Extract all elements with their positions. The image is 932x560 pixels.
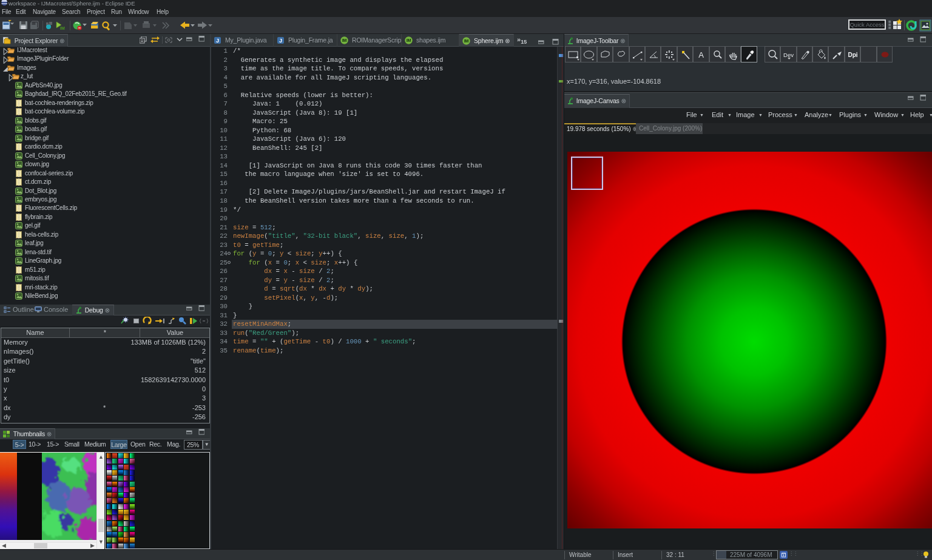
svg-text:IM: IM: [407, 38, 411, 42]
svg-text:Dpi: Dpi: [848, 52, 857, 58]
svg-text:Dev: Dev: [783, 52, 794, 58]
svg-text:IM: IM: [60, 26, 65, 30]
svg-text:J: J: [216, 38, 219, 44]
svg-text:+: +: [8, 20, 12, 23]
svg-text:J: J: [279, 38, 282, 44]
svg-text:A: A: [698, 50, 704, 59]
svg-text:IM: IM: [464, 39, 469, 43]
svg-text:IM: IM: [342, 38, 347, 42]
